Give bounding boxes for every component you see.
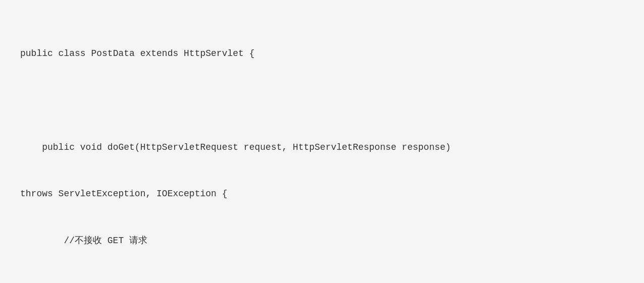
code-line-6: } [20,280,624,283]
code-container: public class PostData extends HttpServle… [0,0,644,283]
code-line-1: public class PostData extends HttpServle… [20,46,624,62]
code-line-5: //不接收 GET 请求 [20,233,624,249]
code-line-4: throws ServletException, IOException { [20,186,624,202]
code-block: public class PostData extends HttpServle… [20,15,624,283]
code-line-empty-1 [20,93,624,109]
code-line-3: public void doGet(HttpServletRequest req… [20,140,624,156]
